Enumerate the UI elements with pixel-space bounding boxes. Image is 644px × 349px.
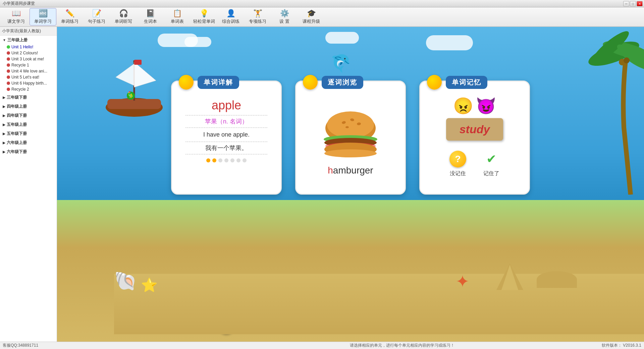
sidebar-item-unit5[interactable]: Unit 5 Let's eat!	[0, 74, 57, 80]
version-value: V2016.3.1	[623, 343, 641, 348]
study-word: study	[460, 123, 490, 136]
toolbar-word-practice[interactable]: ✏️ 单词练习	[56, 8, 83, 26]
close-button[interactable]: ✕	[637, 1, 643, 6]
sidebar-group-grade6up[interactable]: ▶ 六年级上册	[0, 139, 57, 147]
sidebar-group-grade3up[interactable]: ▼ 三年级上册	[0, 36, 57, 44]
arrow-icon3: ▶	[3, 105, 5, 108]
unit2-dot	[7, 51, 10, 55]
dot-5	[230, 158, 234, 162]
sidebar-group-grade5down-label: 五年级下册	[7, 131, 27, 137]
sidebar: 小学英语(最新人教版) ▼ 三年级上册 Unit 1 Hello! Unit 2…	[0, 27, 57, 342]
card-orb-3	[427, 75, 442, 90]
sidebar-item-unit2[interactable]: Unit 2 Colours!	[0, 50, 57, 56]
card-word-detail[interactable]: 单词详解 apple 苹果（n. 名词） I have one apple. 我…	[171, 81, 282, 195]
divider-2	[185, 128, 267, 128]
word-apple: apple	[179, 98, 274, 112]
dot-3	[218, 158, 222, 162]
character-pair: 😠 😈	[453, 97, 496, 115]
arrow-icon2: ▶	[3, 96, 5, 99]
toolbar: 📖 课文学习 🔤 单词学习 ✏️ 单词练习 📝 句子练习 🎧 单词听写 📓 生词…	[0, 7, 644, 27]
sidebar-item-recycle2[interactable]: Recycle 2	[0, 86, 57, 92]
sidebar-group-grade4down[interactable]: ▶ 四年级下册	[0, 112, 57, 119]
card-word-detail-header: 单词详解	[179, 75, 239, 90]
unit6-dot	[7, 82, 10, 85]
arrow-icon7: ▶	[3, 141, 5, 145]
card-word-browse-header: 逐词浏览	[303, 75, 363, 90]
sidebar-item-unit4-label: Unit 4 We love ani...	[11, 69, 47, 73]
starfish-2: ✦	[455, 272, 470, 291]
sidebar-item-unit1-label: Unit 1 Hello!	[11, 45, 33, 49]
toolbar-special-practice[interactable]: 🏋️ 专项练习	[244, 8, 271, 26]
toolbar-upgrade[interactable]: 🎓 课程升级	[298, 8, 325, 26]
sidebar-group-grade6up-label: 六年级上册	[7, 140, 27, 146]
progress-dots	[179, 158, 274, 162]
toolbar-word-list[interactable]: 📋 单词表	[164, 8, 191, 26]
toolbar-word-dictation[interactable]: 🎧 单词听写	[110, 8, 137, 26]
maximize-button[interactable]: □	[630, 1, 636, 6]
sidebar-item-unit4[interactable]: Unit 4 We love ani...	[0, 68, 57, 74]
sidebar-header: 小学英语(最新人教版)	[0, 27, 57, 36]
dot-4	[224, 158, 228, 162]
toolbar-word-study-label: 单词学习	[34, 18, 52, 24]
remembered-button[interactable]: ✔ 记住了	[483, 151, 500, 177]
toolbar-settings[interactable]: ⚙️ 设 置	[271, 8, 298, 26]
unit5-dot	[7, 76, 10, 79]
toolbar-comprehensive[interactable]: 👤 综合训练	[217, 8, 244, 26]
sidebar-item-unit1[interactable]: Unit 1 Hello!	[0, 44, 57, 50]
toolbar-vocab-book[interactable]: 📓 生词本	[137, 8, 164, 26]
sidebar-item-unit2-label: Unit 2 Colours!	[11, 51, 38, 55]
sidebar-section-grade5up: ▶ 五年级上册	[0, 120, 57, 129]
course-text-icon: 📖	[12, 9, 21, 18]
cloud-2	[184, 37, 211, 47]
card-word-detail-content: apple 苹果（n. 名词） I have one apple. 我有一个苹果…	[179, 98, 274, 162]
toolbar-special-practice-label: 专项练习	[249, 18, 266, 24]
sidebar-group-grade3down[interactable]: ▶ 三年级下册	[0, 94, 57, 101]
toolbar-settings-label: 设 置	[279, 18, 289, 24]
card-word-memory-header: 单词记忆	[427, 75, 487, 90]
easy-memory-icon: 💡	[200, 9, 209, 18]
character-blue: 😈	[476, 97, 496, 115]
character-red: 😠	[453, 97, 473, 115]
starfish-1: ⭐	[141, 277, 158, 293]
dot-7	[243, 158, 247, 162]
arrow-icon4: ▶	[3, 114, 5, 117]
not-remembered-label: 没记住	[450, 170, 466, 177]
vocab-book-icon: 📓	[146, 9, 155, 18]
toolbar-easy-memory[interactable]: 💡 轻松背单词	[191, 8, 217, 26]
toolbar-course-text[interactable]: 📖 课文学习	[3, 8, 30, 26]
arrow-icon5: ▶	[3, 123, 5, 127]
main-area: 小学英语(最新人教版) ▼ 三年级上册 Unit 1 Hello! Unit 2…	[0, 27, 644, 342]
sidebar-item-recycle1[interactable]: Recycle 1	[0, 62, 57, 68]
recycle2-dot	[7, 88, 10, 91]
settings-icon: ⚙️	[280, 9, 289, 18]
toolbar-word-dictation-label: 单词听写	[115, 18, 132, 24]
card-word-browse[interactable]: 逐词浏览	[295, 81, 406, 195]
divider-3	[185, 142, 267, 142]
toolbar-vocab-book-label: 生词本	[144, 18, 157, 24]
toolbar-sentence-practice-label: 句子练习	[88, 18, 105, 24]
unit4-dot	[7, 69, 10, 73]
sidebar-group-grade6down[interactable]: ▶ 六年级下册	[0, 148, 57, 156]
card-word-memory[interactable]: 单词记忆 😠 😈 study ? 没记住	[419, 81, 530, 195]
sidebar-group-grade3up-label: 三年级上册	[7, 37, 28, 43]
sidebar-item-unit6[interactable]: Unit 6 Happy birth...	[0, 80, 57, 86]
word-first-letter: h	[328, 165, 333, 176]
volcano-decoration	[493, 263, 527, 291]
svg-point-18	[327, 111, 374, 138]
sidebar-item-unit3-label: Unit 3 Look at me!	[11, 57, 44, 61]
toolbar-word-study[interactable]: 🔤 单词学习	[30, 8, 56, 26]
dot-2	[212, 158, 216, 162]
sidebar-item-unit3[interactable]: Unit 3 Look at me!	[0, 56, 57, 62]
not-remembered-button[interactable]: ? 没记住	[449, 151, 466, 177]
minimize-button[interactable]: ─	[623, 1, 629, 6]
memory-buttons: ? 没记住 ✔ 记住了	[449, 151, 500, 177]
sidebar-group-grade5down[interactable]: ▶ 五年级下册	[0, 130, 57, 138]
sentence-cn: 我有一个苹果。	[179, 144, 274, 152]
sidebar-group-grade4up[interactable]: ▶ 四年级上册	[0, 103, 57, 110]
island-decoration	[537, 271, 577, 288]
card-word-detail-title: 单词详解	[198, 76, 239, 89]
statusbar-hint: 请选择相应的单元，进行每个单元相应内容的学习或练习！	[202, 343, 602, 348]
window-controls: ─ □ ✕	[623, 1, 643, 6]
sidebar-group-grade5up[interactable]: ▶ 五年级上册	[0, 121, 57, 129]
toolbar-sentence-practice[interactable]: 📝 句子练习	[83, 8, 110, 26]
